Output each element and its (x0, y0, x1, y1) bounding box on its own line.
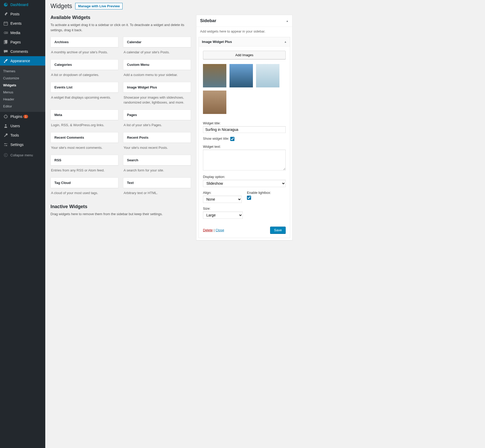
image-thumb[interactable] (229, 64, 253, 87)
widget-description: A widget that displays upcoming events. (50, 93, 118, 101)
available-widget[interactable]: Recent Comments (50, 132, 118, 143)
plugin-icon (3, 114, 8, 119)
menu-appearance[interactable]: Appearance (0, 56, 45, 66)
widget-title-label: Widget title: (203, 121, 286, 125)
available-widget[interactable]: Text (123, 177, 191, 188)
svg-rect-5 (6, 32, 8, 33)
menu-tools[interactable]: Tools (0, 131, 45, 140)
available-widget[interactable]: Image Widget Plus (123, 82, 191, 93)
widget-text-input[interactable] (203, 150, 286, 170)
menu-settings[interactable]: Settings (0, 140, 45, 149)
inactive-widgets-desc: Drag widgets here to remove them from th… (50, 212, 191, 217)
sidebar-title: Sidebar (200, 18, 216, 23)
submenu-editor[interactable]: Editor (0, 103, 45, 110)
sidebar-header[interactable]: Sidebar ▲ (196, 15, 292, 27)
menu-media[interactable]: Media (0, 28, 45, 37)
page-header: Widgets Manage with Live Preview (50, 3, 480, 10)
available-widget[interactable]: Pages (123, 110, 191, 120)
calendar-icon (3, 21, 8, 26)
display-option-select[interactable]: Slideshow (203, 180, 286, 187)
svg-rect-0 (4, 22, 8, 25)
available-widget[interactable]: RSS (50, 155, 118, 165)
menu-posts[interactable]: Posts (0, 9, 45, 19)
show-title-label: Show widget title: (203, 137, 229, 140)
sliders-icon (3, 142, 8, 147)
widget-description: Login, RSS, & WordPress.org links. (50, 120, 118, 129)
collapse-icon (3, 152, 8, 158)
widget-instance-header[interactable]: Image Widget Plus ▲ (199, 37, 290, 47)
widget-instance-panel: Image Widget Plus ▲ Add Images (199, 37, 290, 238)
align-select[interactable]: None (203, 196, 242, 203)
submenu-customize[interactable]: Customize (0, 75, 45, 82)
widget-name: Categories (54, 63, 114, 67)
available-widget[interactable]: Custom Menu (123, 59, 191, 70)
caret-up-icon: ▲ (286, 20, 289, 22)
widget-description: Your site's most recent comments. (50, 143, 118, 151)
available-widget[interactable]: Search (123, 155, 191, 165)
comment-icon (3, 49, 8, 54)
svg-point-12 (6, 145, 7, 146)
widget-description: Entries from any RSS or Atom feed. (50, 165, 118, 174)
menu-comments[interactable]: Comments (0, 47, 45, 56)
size-label: Size: (203, 207, 243, 210)
available-widget[interactable]: Events List (50, 82, 118, 93)
widget-description: A list or dropdown of categories. (50, 70, 118, 78)
widget-name: Pages (127, 113, 187, 117)
menu-users[interactable]: Users (0, 121, 45, 131)
pages-icon (3, 40, 8, 45)
available-widget[interactable]: Meta (50, 110, 118, 120)
svg-point-13 (4, 153, 8, 157)
plugins-badge: 1 (23, 115, 28, 118)
show-title-checkbox[interactable] (230, 137, 234, 141)
align-label: Align: (203, 191, 242, 195)
image-thumb[interactable] (256, 64, 279, 87)
submenu-widgets[interactable]: Widgets (0, 82, 45, 89)
menu-label: Collapse menu (10, 153, 33, 157)
widget-name: Calendar (127, 40, 187, 44)
submenu-menus[interactable]: Menus (0, 89, 45, 96)
image-thumb[interactable] (203, 64, 226, 87)
menu-dashboard[interactable]: Dashboard (0, 0, 45, 9)
image-thumb[interactable] (203, 91, 226, 114)
live-preview-button[interactable]: Manage with Live Preview (75, 3, 123, 9)
pin-icon (3, 11, 8, 17)
submenu-themes[interactable]: Themes (0, 68, 45, 75)
menu-plugins[interactable]: Plugins 1 (0, 112, 45, 121)
available-widget[interactable]: Categories (50, 59, 118, 70)
widget-text-label: Widget text: (203, 145, 286, 149)
menu-label: Appearance (10, 59, 30, 63)
widget-name: RSS (54, 158, 114, 162)
wrench-icon (3, 133, 8, 138)
widget-name: Text (127, 181, 187, 185)
menu-pages[interactable]: Pages (0, 37, 45, 47)
close-link[interactable]: Close (215, 228, 224, 232)
dashboard-icon (3, 2, 8, 7)
widget-title-input[interactable] (203, 126, 286, 133)
add-images-button[interactable]: Add Images (203, 51, 286, 59)
widget-description: Add a custom menu to your sidebar. (123, 70, 191, 78)
widget-description: A monthly archive of your site's Posts. (50, 47, 118, 56)
submenu-header[interactable]: Header (0, 96, 45, 103)
menu-collapse[interactable]: Collapse menu (0, 150, 45, 160)
lightbox-label: Enable lightbox: (247, 191, 286, 195)
menu-label: Tools (10, 133, 19, 137)
size-select[interactable]: Large (203, 212, 243, 219)
available-widget[interactable]: Archives (50, 37, 118, 47)
available-widget[interactable]: Tag Cloud (50, 177, 118, 188)
admin-menu: Dashboard Posts Events Media Pages Comme… (0, 0, 45, 448)
appearance-submenu: Themes Customize Widgets Menus Header Ed… (0, 66, 45, 112)
lightbox-checkbox[interactable] (247, 196, 251, 200)
widget-description: Showcase your images with slideshows, ra… (123, 93, 191, 106)
widget-name: Tag Cloud (54, 181, 114, 185)
menu-label: Media (10, 31, 20, 35)
save-button[interactable]: Save (270, 227, 286, 234)
delete-link[interactable]: Delete (203, 228, 213, 232)
available-widget[interactable]: Calendar (123, 37, 191, 47)
sidebar-desc: Add widgets here to appear in your sideb… (196, 27, 292, 37)
menu-label: Settings (10, 143, 24, 147)
media-icon (3, 30, 8, 35)
menu-label: Plugins (10, 114, 22, 119)
widget-description: A list of your site's Pages. (123, 120, 191, 129)
menu-events[interactable]: Events (0, 19, 45, 28)
available-widget[interactable]: Recent Posts (123, 132, 191, 143)
